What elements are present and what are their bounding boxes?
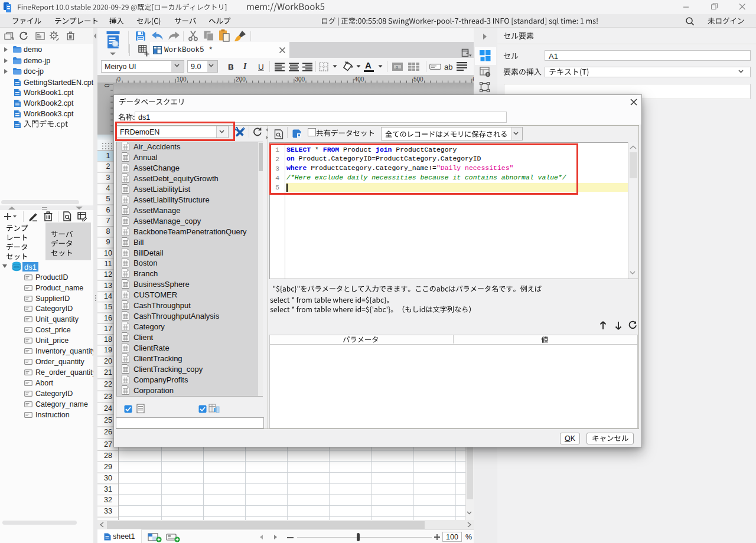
svg-text:a: a [396,65,398,69]
